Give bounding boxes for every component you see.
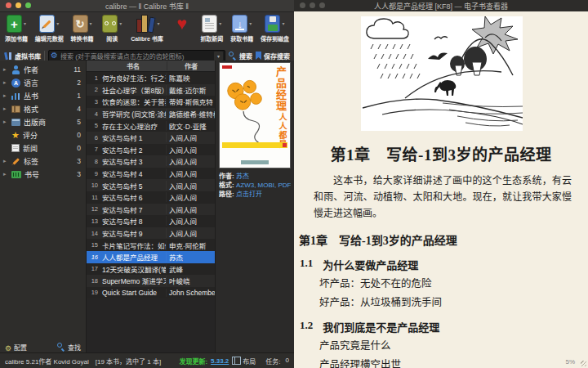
column-header-author[interactable]: 作者 <box>167 61 215 70</box>
layout-button[interactable]: 布局 <box>232 357 256 366</box>
expand-arrow-icon[interactable]: ▸ <box>3 92 8 99</box>
expand-arrow-icon[interactable]: ▸ <box>3 66 8 73</box>
sidebar-item-tags[interactable]: ▸ 标签 3 <box>0 155 86 168</box>
publishers-icon <box>11 119 20 126</box>
book-row-selected[interactable]: 16人人都是产品经理苏杰 <box>87 251 215 263</box>
save-to-disk-button[interactable]: ▾ 保存到磁盘 <box>261 14 289 43</box>
maximize-button[interactable] <box>25 2 31 8</box>
library-button[interactable]: ▾ Calibre 书库 <box>131 14 163 43</box>
news-icon <box>11 144 20 152</box>
convert-books-button[interactable]: ↻▾ 转换书籍 <box>71 14 94 43</box>
chevron-down-icon[interactable]: ▾ <box>157 21 159 26</box>
book-page[interactable]: 第1章 写给-1到3岁的产品经理 这本书，给大家详细讲述了画中的这个生态系统，有… <box>294 11 588 368</box>
update-notice: 发现更新: <box>179 357 207 366</box>
sidebar-item-formats[interactable]: ▸ 格式 4 <box>0 102 86 115</box>
viewer-titlebar[interactable]: 人人都是产品经理 [KF8] — 电子书查看器 <box>294 0 588 11</box>
sidebar-item-identifiers[interactable]: ▸ 书号 3 <box>0 168 86 181</box>
book-row[interactable]: 15卡片笔记写作法：如何实现从阅读...申克·阿伦斯 <box>87 239 215 251</box>
read-button[interactable]: ▾ 阅读 <box>100 14 123 43</box>
sidebar-item-ratings[interactable]: ▸ ★ 评分 0 <box>0 128 86 141</box>
virtual-library-button[interactable]: 虚拟书库 <box>4 52 41 61</box>
chevron-down-icon[interactable]: ▾ <box>119 21 122 26</box>
minimize-button[interactable] <box>16 2 21 8</box>
book-row[interactable]: 19Quick Start GuideJohn Schember <box>87 287 215 299</box>
close-button[interactable] <box>6 2 11 8</box>
update-version-link[interactable]: 5.33.2 <box>211 357 229 365</box>
book-row[interactable]: 11安达与岛村 6入间人间 <box>87 191 215 204</box>
calibre-titlebar[interactable]: calibre — ‖ Calibre 书库 ‖ <box>0 0 294 12</box>
sidebar-item-publishers[interactable]: ▸ 出版商 5 <box>0 115 86 128</box>
get-books-button[interactable]: ↓▾ 获取书籍 <box>230 14 253 43</box>
book-row[interactable]: 3饮食的迷思：关于营养、健康和遗...蒂姆·斯佩克特 <box>87 96 215 108</box>
chevron-down-icon[interactable]: ▾ <box>282 21 284 26</box>
chevron-down-icon[interactable]: ▾ <box>90 21 92 26</box>
book-list: 书名 作者 1何为良好生活：行之于途而应于心陈嘉映 2社会心理学（第8版）（认识… <box>87 61 215 353</box>
expand-arrow-icon[interactable]: ▸ <box>3 79 8 86</box>
sidebar-item-languages[interactable]: ▸ 语言 2 <box>0 76 86 89</box>
expand-arrow-icon[interactable]: ▸ <box>3 119 8 125</box>
toc-line: 产品究竟是什么 <box>319 339 588 353</box>
sidebar-item-news[interactable]: ▸ 新闻 0 <box>0 141 86 155</box>
list-header[interactable]: 书名 作者 <box>87 61 215 72</box>
author-link[interactable]: 苏杰 <box>236 173 249 180</box>
expand-arrow-icon[interactable]: ▸ <box>3 158 8 164</box>
traffic-lights <box>6 2 31 8</box>
format-links[interactable]: AZW3, MOBI, PDF <box>236 182 291 189</box>
chevron-down-icon[interactable]: ▾ <box>219 21 221 26</box>
series-icon <box>11 92 20 100</box>
column-header-title[interactable]: 书名 <box>100 61 167 70</box>
open-path-link[interactable]: 点击打开 <box>236 191 262 198</box>
chevron-down-icon[interactable]: ▾ <box>249 21 252 26</box>
book-row[interactable]: 1何为良好生活：行之于途而应于心陈嘉映 <box>87 72 215 84</box>
expand-arrow-icon[interactable]: ▸ <box>3 105 8 112</box>
window-title: 人人都是产品经理 [KF8] — 电子书查看器 <box>374 1 508 11</box>
edit-metadata-button[interactable]: ▾ 编辑元数据 <box>35 14 64 43</box>
sidebar-item-series[interactable]: ▸ 丛书 1 <box>0 89 86 102</box>
book-row[interactable]: 10安达与岛村 5入间人间 <box>87 179 215 191</box>
glasses-icon <box>105 21 116 27</box>
find-button[interactable]: 查找 <box>57 343 81 352</box>
search-button[interactable]: 搜索 <box>229 52 252 61</box>
minimize-button[interactable] <box>310 2 315 8</box>
chapter-content: 第1章 写给-1到3岁的产品经理 这本书，给大家详细讲述了画中的这个生态系统，有… <box>294 136 588 368</box>
barcode-icon <box>11 171 21 178</box>
jobs-indicator[interactable]: 任务: 0 <box>265 357 289 366</box>
ebook-viewer-window: 人人都是产品经理 [KF8] — 电子书查看器 <box>294 0 588 368</box>
book-row[interactable]: 4哲学研究 (同文馆·涂纪亮哲学译著...路德维希·维特根斯坦 <box>87 108 215 120</box>
floppy-disk-icon <box>265 15 280 33</box>
book-row[interactable]: 18SuperMemo 渐进学习大型指北叶峻峣 <box>87 275 215 287</box>
gear-icon[interactable]: ⚙ <box>51 52 58 60</box>
close-button[interactable] <box>300 2 305 8</box>
search-icon <box>57 343 65 351</box>
book-row[interactable]: 2社会心理学（第8版）（认识自我...戴维·迈尔斯 <box>87 84 215 96</box>
chevron-down-icon[interactable]: ▾ <box>24 21 26 26</box>
traffic-lights <box>300 2 325 8</box>
book-cover[interactable]: 产品经理 人人都是 <box>219 62 291 168</box>
book-row[interactable]: 1712天突破英汉翻译(笔译篇)武峰 <box>87 263 215 276</box>
fetch-news-button[interactable]: ▾ 抓取新闻 <box>200 14 223 43</box>
maximize-button[interactable] <box>319 2 325 8</box>
book-row[interactable]: 6安达与岛村 1入间人间 <box>87 132 215 144</box>
donate-button[interactable]: ♥ <box>171 14 194 34</box>
toc-line: 好产品：从垃圾桶到洗手间 <box>319 296 588 310</box>
book-row[interactable]: 12安达与岛村 7入间人间 <box>87 204 215 216</box>
book-row[interactable]: 5存在主义心理治疗欧文·D·亚隆 <box>87 119 215 132</box>
book-row[interactable]: 13安达与岛村 8入间人间 <box>87 215 215 227</box>
sidebar-item-authors[interactable]: ▸ 作者 11 <box>0 63 86 76</box>
section-heading: 第1章 写给-1到3岁的产品经理 <box>299 231 583 248</box>
book-row[interactable]: 9安达与岛村 4入间人间 <box>87 168 215 180</box>
resize-handle[interactable] <box>581 361 586 366</box>
details-path-row: 路径: 点击打开 <box>219 190 291 199</box>
cover-logo <box>222 65 232 69</box>
chevron-down-icon[interactable]: ▾ <box>56 21 59 26</box>
save-search-button[interactable]: 保存搜索 <box>256 52 290 61</box>
subsection-1-1: 1.1 为什么要做产品经理 <box>300 257 588 272</box>
add-books-button[interactable]: +▾ 添加书籍 <box>5 14 28 43</box>
search-history-dropdown[interactable]: ▾ <box>214 52 223 61</box>
book-row[interactable]: 7安达与岛村 2入间人间 <box>87 144 215 156</box>
book-row[interactable]: 8安达与岛村 3入间人间 <box>87 155 215 168</box>
intro-paragraph: 这本书，给大家详细讲述了画中的这个生态系统，有云和雨、河流、动植物、太阳和大地。… <box>314 173 572 222</box>
book-row[interactable]: 14安达与岛村 9入间人间 <box>87 227 215 240</box>
book-details-panel: 产品经理 人人都是 作者: 苏杰 <box>215 61 294 353</box>
expand-arrow-icon[interactable]: ▸ <box>3 171 8 177</box>
